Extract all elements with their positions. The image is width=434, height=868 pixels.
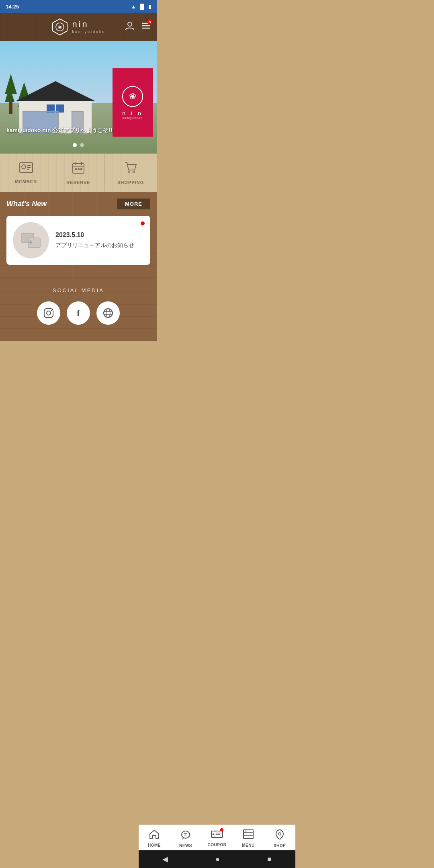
status-icons: ▲ ▐▌ ▮ — [131, 4, 151, 10]
header-actions: N — [125, 20, 151, 33]
wifi-icon: ▲ — [131, 4, 136, 10]
news-thumbnail — [13, 222, 49, 258]
signal-icon: ▐▌ — [139, 4, 146, 10]
reserve-label: RESERVE — [66, 180, 90, 185]
svg-point-27 — [51, 310, 52, 311]
social-media-section: SOCIAL MEDIA f — [0, 278, 157, 341]
svg-point-19 — [128, 171, 130, 173]
dot-2[interactable] — [80, 143, 84, 147]
svg-rect-11 — [27, 169, 29, 170]
quick-menu: MEMBER RESERVE SHOPPING — [0, 154, 157, 192]
quick-menu-member[interactable]: MEMBER — [0, 154, 52, 192]
brand-sign: ❀ n i n kamiyuidoko — [113, 68, 153, 137]
unread-dot — [141, 221, 145, 225]
social-icons-container: f — [6, 301, 150, 325]
facebook-icon: f — [77, 308, 80, 319]
facebook-button[interactable]: f — [67, 301, 90, 325]
time-display: 14:25 — [6, 4, 19, 10]
news-text: アプリリニューアルのお知らせ — [55, 242, 144, 249]
hero-pagination — [73, 143, 84, 147]
news-content: 2023.5.10 アプリリニューアルのお知らせ — [55, 231, 144, 249]
hero-banner: ❀ n i n kamiyuidoko kamiyuidoko nin 公式アプ… — [0, 41, 157, 154]
svg-point-3 — [128, 22, 132, 26]
svg-rect-9 — [27, 165, 31, 166]
brand-name: nin — [72, 20, 105, 29]
hero-image: ❀ n i n kamiyuidoko — [0, 41, 157, 154]
svg-point-8 — [22, 165, 26, 169]
profile-icon — [125, 20, 135, 31]
news-card[interactable]: 2023.5.10 アプリリニューアルのお知らせ — [6, 216, 150, 265]
svg-rect-18 — [80, 168, 82, 170]
svg-point-29 — [106, 309, 110, 317]
website-button[interactable] — [96, 301, 120, 325]
member-label: MEMBER — [15, 179, 37, 184]
whats-new-title: What's New — [6, 200, 47, 208]
quick-menu-reserve[interactable]: RESERVE — [52, 154, 104, 192]
sign-brand-name: n i n — [122, 110, 143, 117]
logo-hexagon-icon: ❀ — [51, 18, 69, 36]
battery-icon: ▮ — [148, 4, 151, 10]
news-date: 2023.5.10 — [55, 231, 144, 239]
member-icon — [19, 162, 33, 176]
svg-point-28 — [104, 309, 113, 317]
instagram-button[interactable] — [37, 301, 60, 325]
profile-button[interactable] — [125, 20, 135, 33]
svg-point-26 — [47, 311, 51, 315]
sign-brand-sub: kamiyuidoko — [123, 117, 143, 119]
sign-circle: ❀ — [122, 86, 143, 107]
brand-sub: kamiyuidoko — [72, 30, 105, 34]
social-media-title: SOCIAL MEDIA — [6, 287, 150, 293]
shopping-icon — [124, 161, 137, 177]
quick-menu-shopping[interactable]: SHOPPING — [105, 154, 157, 192]
menu-badge: N — [147, 19, 153, 25]
whats-new-section: What's New MORE 2023.5.10 アプリリニューアルのお知らせ — [0, 192, 157, 278]
brand-logo: ❀ nin kamiyuidoko — [51, 18, 105, 36]
shopping-label: SHOPPING — [117, 180, 144, 185]
svg-text:❀: ❀ — [58, 25, 62, 30]
more-button[interactable]: MORE — [117, 199, 150, 209]
dot-1[interactable] — [73, 143, 77, 147]
hero-caption: kamiyuidoko nin 公式アプリへようこそ!! — [6, 127, 113, 134]
menu-button[interactable]: N — [141, 20, 151, 33]
building-structure — [12, 81, 99, 133]
header: ❀ nin kamiyuidoko N — [0, 13, 157, 41]
reserve-icon — [72, 161, 85, 177]
svg-point-20 — [133, 171, 135, 173]
svg-rect-10 — [27, 167, 31, 168]
svg-rect-17 — [78, 168, 80, 170]
whats-new-header: What's New MORE — [6, 199, 150, 209]
svg-rect-16 — [75, 168, 77, 170]
status-bar: 14:25 ▲ ▐▌ ▮ — [0, 0, 157, 13]
